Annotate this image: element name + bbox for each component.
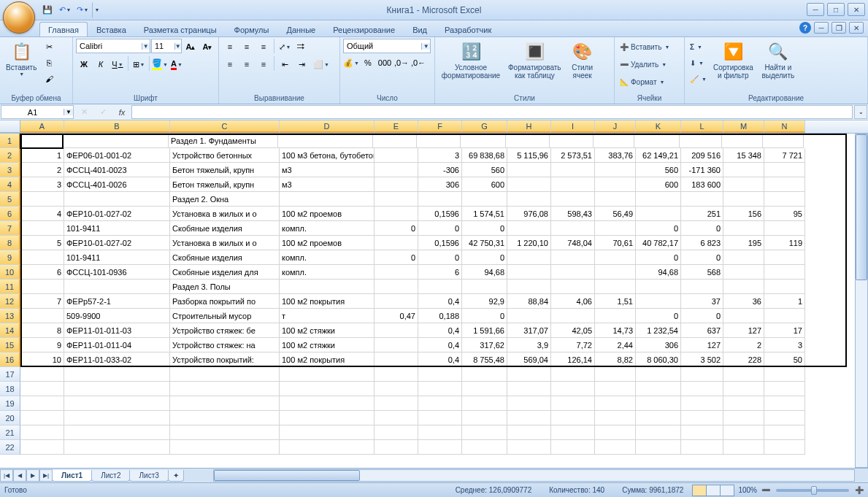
cell-B7[interactable]: 101-9411: [64, 221, 170, 236]
row-header-8[interactable]: 8: [0, 236, 20, 250]
cell-G17[interactable]: [462, 367, 507, 382]
cell-F19[interactable]: [418, 396, 462, 411]
clear[interactable]: 🧹▼: [688, 71, 709, 87]
cell-I16[interactable]: 126,14: [551, 352, 595, 367]
cell-L11[interactable]: [681, 280, 723, 294]
cell-G11[interactable]: [462, 280, 507, 294]
cell-E10[interactable]: [375, 265, 418, 280]
number-format-input[interactable]: [344, 42, 421, 50]
cell-L13[interactable]: 0: [681, 309, 723, 323]
cell-N11[interactable]: [764, 280, 805, 294]
cell-A10[interactable]: 6: [20, 265, 64, 280]
cell-K5[interactable]: [636, 192, 681, 207]
cell-A21[interactable]: [20, 425, 64, 440]
cell-A19[interactable]: [20, 396, 64, 411]
tab-insert[interactable]: Вставка: [88, 22, 135, 36]
cell-B6[interactable]: ФЕР10-01-027-02: [64, 207, 170, 221]
prev-sheet[interactable]: ◀: [13, 469, 26, 482]
font-name-combo[interactable]: ▼: [76, 39, 150, 53]
tab-data[interactable]: Данные: [277, 22, 324, 36]
font-size-combo[interactable]: ▼: [151, 39, 182, 53]
cell-A20[interactable]: [20, 411, 64, 425]
font-name-input[interactable]: [77, 42, 142, 50]
font-size-input[interactable]: [152, 42, 174, 50]
decrease-indent[interactable]: ⇤: [277, 56, 293, 72]
cell-F20[interactable]: [418, 411, 462, 425]
decrease-decimal[interactable]: ,0←: [410, 55, 426, 71]
row-header-14[interactable]: 14: [0, 323, 20, 338]
insert-function[interactable]: fx: [112, 104, 131, 120]
cell-D21[interactable]: [280, 425, 375, 440]
column-header-J[interactable]: J: [595, 120, 636, 133]
minimize-button[interactable]: ─: [807, 3, 824, 16]
cell-I21[interactable]: [551, 425, 595, 440]
redo-button[interactable]: ↷▼: [74, 2, 91, 18]
cell-C11[interactable]: Раздел 3. Полы: [170, 280, 280, 294]
cell-L3[interactable]: -171 360: [681, 163, 723, 177]
cell-J22[interactable]: [595, 440, 636, 455]
next-sheet[interactable]: ▶: [26, 469, 39, 482]
row-header-1[interactable]: 1: [0, 134, 20, 148]
sheet-tab-3[interactable]: Лист3: [129, 470, 168, 482]
cell-J12[interactable]: 1,51: [595, 294, 636, 309]
horizontal-scrollbar[interactable]: [213, 469, 855, 482]
cell-M7[interactable]: [723, 221, 764, 236]
row-header-11[interactable]: 11: [0, 280, 20, 294]
row-header-20[interactable]: 20: [0, 411, 20, 425]
cell-B22[interactable]: [64, 440, 170, 455]
row-header-7[interactable]: 7: [0, 221, 20, 236]
cell-I17[interactable]: [551, 367, 595, 382]
cell-N14[interactable]: 17: [764, 323, 805, 338]
help-icon[interactable]: ?: [799, 22, 811, 34]
cell-C4[interactable]: Бетон тяжелый, крупн: [170, 177, 280, 192]
cell-J4[interactable]: [595, 177, 636, 192]
cell-L14[interactable]: 637: [681, 323, 723, 338]
zoom-thumb[interactable]: [811, 486, 817, 495]
cell-E7[interactable]: 0: [375, 221, 418, 236]
cell-E18[interactable]: [375, 382, 418, 396]
cell-J18[interactable]: [595, 382, 636, 396]
cell-M17[interactable]: [723, 367, 764, 382]
cell-J13[interactable]: [595, 309, 636, 323]
cell-L1[interactable]: [680, 134, 722, 148]
column-header-K[interactable]: K: [636, 120, 681, 133]
doc-restore[interactable]: ❐: [831, 22, 846, 34]
cell-H18[interactable]: [507, 382, 551, 396]
cell-D7[interactable]: компл.: [280, 221, 375, 236]
cell-M6[interactable]: 156: [723, 207, 764, 221]
cell-A16[interactable]: 10: [20, 352, 64, 367]
cell-E5[interactable]: [375, 192, 418, 207]
cell-M19[interactable]: [723, 396, 764, 411]
cell-F15[interactable]: 0,4: [418, 338, 462, 352]
qat-customize[interactable]: ▼: [92, 2, 101, 18]
cell-K9[interactable]: 0: [636, 250, 681, 265]
cell-F13[interactable]: 0,188: [418, 309, 462, 323]
number-format-combo[interactable]: ▼: [343, 39, 431, 53]
cell-E6[interactable]: [375, 207, 418, 221]
tab-pagelayout[interactable]: Разметка страницы: [135, 22, 226, 36]
cell-G16[interactable]: 8 755,48: [462, 352, 507, 367]
column-header-B[interactable]: B: [64, 120, 170, 133]
cell-J6[interactable]: 56,49: [595, 207, 636, 221]
sort-filter[interactable]: 🔽 Сортировка и фильтр: [710, 39, 756, 81]
enter-formula[interactable]: ✓: [93, 104, 112, 120]
name-box-dropdown[interactable]: ▼: [64, 109, 73, 115]
cell-H6[interactable]: 976,08: [507, 207, 551, 221]
cell-F8[interactable]: 0,1596: [418, 236, 462, 250]
increase-indent[interactable]: ⇥: [293, 56, 310, 72]
cell-K7[interactable]: 0: [636, 221, 681, 236]
view-pagebreak[interactable]: [720, 485, 734, 496]
column-header-D[interactable]: D: [280, 120, 375, 133]
cell-A3[interactable]: 2: [20, 163, 64, 177]
cell-K21[interactable]: [636, 425, 681, 440]
cell-B18[interactable]: [64, 382, 170, 396]
cell-L15[interactable]: 127: [681, 338, 723, 352]
row-header-4[interactable]: 4: [0, 177, 20, 192]
cell-C18[interactable]: [170, 382, 280, 396]
cell-J8[interactable]: 70,61: [595, 236, 636, 250]
cell-E9[interactable]: 0: [375, 250, 418, 265]
cell-M18[interactable]: [723, 382, 764, 396]
cell-F17[interactable]: [418, 367, 462, 382]
cell-F12[interactable]: 0,4: [418, 294, 462, 309]
row-header-19[interactable]: 19: [0, 396, 20, 411]
